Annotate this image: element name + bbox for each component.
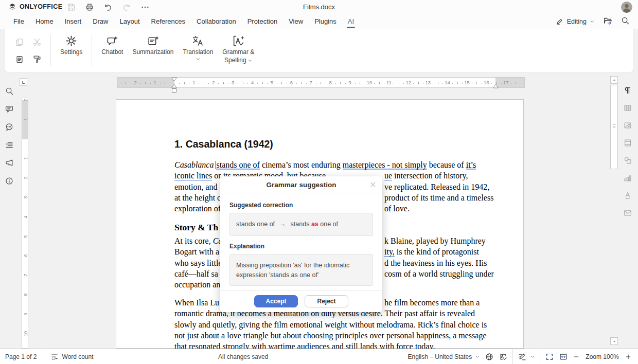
save-button[interactable] [65, 2, 76, 12]
header-footer-settings-button[interactable] [623, 138, 632, 148]
dialog-header[interactable]: Grammar suggestion [220, 176, 382, 193]
vertical-scrollbar[interactable] [610, 76, 618, 345]
chevron-down-icon [530, 354, 535, 359]
undo-button[interactable] [102, 2, 113, 12]
tab-protection[interactable]: Protection [242, 14, 283, 29]
ruler-number: 5 [23, 233, 28, 240]
horizontal-ruler[interactable]: 211234567891011121314151617 [117, 77, 525, 88]
search-icon [621, 16, 630, 25]
grammar-spelling-button[interactable]: Grammar & Spelling [218, 32, 259, 69]
grammar-marked-text: masterpieces - not simply [343, 160, 427, 170]
fit-to-page-button[interactable] [545, 352, 554, 361]
accept-button[interactable]: Accept [254, 295, 298, 307]
text-run: because of [427, 160, 466, 169]
mail-merge-button[interactable] [623, 208, 632, 217]
tab-collaboration[interactable]: Collaboration [191, 14, 242, 29]
print-button[interactable] [84, 2, 95, 12]
vertical-ruler[interactable]: 2112345678910 [22, 98, 28, 349]
grammar-marked-text: ue [384, 171, 392, 180]
chatbot-sparkle-icon [106, 34, 119, 47]
text-fragment-right: k Blaine, played by Humphrey [384, 236, 486, 246]
spellcheck-button[interactable] [499, 352, 508, 361]
tab-ai[interactable]: AI [342, 14, 360, 29]
ai-settings-button[interactable]: Settings [56, 32, 87, 69]
summarization-button[interactable]: Summarization [128, 32, 178, 69]
text-run: intersection of history, [392, 171, 468, 180]
set-language-globe-button[interactable] [485, 352, 494, 361]
menu-tabs: FileHomeInsertDrawLayoutReferencesCollab… [8, 14, 360, 29]
zoom-out-button[interactable] [573, 353, 580, 360]
headings-navigation-button[interactable] [5, 140, 14, 150]
ruler-number: 10 [23, 331, 28, 337]
about-button[interactable] [5, 176, 14, 186]
search-button[interactable] [621, 16, 630, 27]
ruler-number: 8 [23, 292, 28, 298]
open-file-location-button[interactable] [603, 16, 612, 27]
close-icon[interactable] [369, 180, 377, 189]
comments-button[interactable] [5, 104, 14, 114]
language-selector[interactable]: English – United States [408, 353, 481, 360]
chevron-down-icon [247, 58, 253, 63]
right-indent-marker[interactable] [492, 84, 499, 88]
scroll-up-button[interactable] [610, 76, 618, 84]
redo-button[interactable] [121, 2, 132, 12]
find-replace-button[interactable] [5, 86, 14, 96]
correction-result-highlight: as [311, 221, 318, 228]
tab-draw[interactable]: Draw [87, 14, 114, 29]
track-changes-button[interactable] [518, 352, 535, 361]
scroll-down-button[interactable] [610, 337, 618, 345]
paragraph-settings-button[interactable] [623, 86, 632, 95]
translation-label: Translation [183, 49, 213, 56]
user-avatar[interactable] [621, 2, 632, 13]
chatbot-button[interactable]: Chatbot [97, 32, 128, 69]
tab-file[interactable]: File [8, 14, 30, 29]
more-actions-button[interactable] [139, 2, 150, 12]
menu-tab-bar: FileHomeInsertDrawLayoutReferencesCollab… [0, 14, 638, 29]
ruler-number: 1 [23, 155, 28, 161]
page-indicator[interactable]: Page 1 of 2 [5, 353, 37, 360]
ribbon-divider [50, 34, 51, 66]
brand-label: ONLYOFFICE [20, 3, 62, 10]
grammar-label-line2: Spelling [224, 57, 246, 64]
image-settings-button[interactable] [623, 121, 632, 130]
tab-plugins[interactable]: Plugins [309, 14, 342, 29]
reject-button[interactable]: Reject [305, 295, 348, 307]
copy-style-button[interactable] [32, 54, 42, 64]
translation-button[interactable]: Translation [178, 32, 218, 69]
tab-layout[interactable]: Layout [114, 14, 146, 29]
text-art-settings-button[interactable] [623, 191, 632, 200]
shape-settings-button[interactable] [623, 156, 632, 165]
copy-button[interactable] [15, 38, 24, 47]
word-count-label: Word count [62, 353, 93, 360]
text-line: not just about a love triangle but about… [174, 331, 495, 342]
word-count-icon: 12 [50, 353, 59, 361]
scrollbar-thumb[interactable] [610, 85, 618, 169]
chevron-down-icon [590, 19, 595, 24]
zoom-in-button[interactable] [625, 353, 632, 360]
quick-access-toolbar [65, 2, 150, 12]
editing-mode-selector[interactable]: Editing [556, 17, 595, 26]
save-status: All changes saved [218, 353, 268, 360]
zoom-level[interactable]: Zoom 100% [586, 353, 619, 360]
feedback-button[interactable] [5, 158, 14, 168]
paste-button[interactable] [15, 54, 24, 64]
tab-references[interactable]: References [146, 14, 191, 29]
word-count-button[interactable]: 12 Word count [50, 353, 93, 361]
chart-settings-button[interactable] [623, 173, 632, 183]
ruler-number: 9 [23, 311, 28, 318]
status-divider [540, 349, 540, 364]
left-indent-marker[interactable] [172, 88, 176, 93]
hanging-indent-marker[interactable] [171, 84, 178, 88]
status-right: English – United States Zoom 100% [408, 349, 638, 364]
chat-button[interactable] [5, 122, 14, 132]
tab-home[interactable]: Home [30, 14, 59, 29]
first-line-indent-marker[interactable] [171, 77, 178, 82]
onlyoffice-logo-icon [8, 3, 16, 11]
fit-to-width-button[interactable] [559, 352, 568, 361]
svg-text:12: 12 [52, 356, 56, 360]
cut-button[interactable] [32, 38, 42, 47]
tab-insert[interactable]: Insert [59, 14, 87, 29]
ruler-tab-selector[interactable]: L [20, 78, 27, 86]
table-settings-button[interactable] [623, 103, 632, 113]
tab-view[interactable]: View [283, 14, 309, 29]
